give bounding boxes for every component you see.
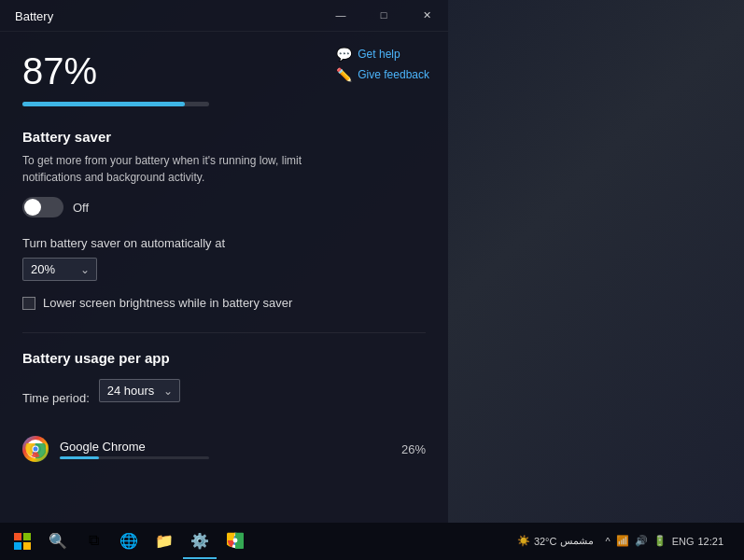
- clock-widget[interactable]: 12:21: [697, 535, 723, 548]
- give-feedback-link[interactable]: ✏️ Give feedback: [336, 67, 429, 82]
- taskbar-settings-icon[interactable]: ⚙️: [183, 524, 217, 559]
- svg-point-3: [34, 447, 38, 452]
- svg-rect-6: [14, 542, 21, 550]
- taskbar-search-icon[interactable]: 🔍: [41, 524, 75, 559]
- app-row: Google Chrome 26%: [22, 432, 426, 466]
- close-button[interactable]: ✕: [405, 0, 448, 30]
- get-help-label: Get help: [358, 48, 400, 61]
- battery-saver-description: To get more from your battery when it's …: [22, 152, 358, 186]
- give-feedback-icon: ✏️: [336, 67, 352, 82]
- taskbar-chrome-icon[interactable]: [218, 524, 252, 559]
- current-time: 12:21: [697, 535, 723, 548]
- give-feedback-label: Give feedback: [358, 68, 429, 81]
- volume-icon[interactable]: 🔊: [635, 535, 648, 547]
- get-help-icon: 💬: [336, 47, 352, 62]
- help-links-container: 💬 Get help ✏️ Give feedback: [336, 47, 429, 82]
- app-name: Google Chrome: [60, 440, 377, 454]
- battery-bar-track: [22, 102, 209, 106]
- battery-saver-toggle-row: Off: [22, 197, 426, 217]
- weather-widget[interactable]: ☀️ 32°C مشمس: [510, 535, 602, 547]
- taskbar-edge-icon[interactable]: 🌐: [112, 524, 146, 559]
- app-bar-track: [60, 456, 209, 459]
- time-period-row: Time period: 6 hours 24 hours 1 week: [22, 379, 426, 417]
- content-area: 87% 💬 Get help ✏️ Give feedback Battery …: [0, 32, 448, 525]
- time-period-label: Time period:: [22, 391, 90, 405]
- weather-icon: ☀️: [517, 535, 530, 547]
- lower-brightness-checkbox[interactable]: [22, 297, 35, 310]
- taskbar-app-icons: 🔍 ⧉ 🌐 📁 ⚙️: [41, 524, 510, 559]
- time-period-dropdown[interactable]: 6 hours 24 hours 1 week: [99, 379, 180, 402]
- threshold-dropdown[interactable]: 5% 10% 15% 20% 25% 30%: [22, 258, 97, 281]
- window-title: Battery: [15, 9, 53, 23]
- weather-text: مشمس: [560, 535, 594, 547]
- svg-rect-5: [23, 533, 31, 540]
- taskbar-chrome-svg: [227, 532, 244, 549]
- maximize-button[interactable]: □: [362, 0, 405, 30]
- app-bar-fill: [60, 456, 99, 459]
- threshold-dropdown-wrapper: 5% 10% 15% 20% 25% 30%: [22, 258, 97, 281]
- lower-brightness-label: Lower screen brightness while in battery…: [43, 296, 292, 310]
- section-divider: [22, 332, 426, 333]
- toggle-knob: [24, 199, 41, 216]
- taskbar: 🔍 ⧉ 🌐 📁 ⚙️ ☀️ 32°C مشمس ^ 📶 🔊 🔋: [0, 523, 744, 560]
- language-indicator[interactable]: ENG: [672, 536, 695, 547]
- battery-saver-title: Battery saver: [22, 129, 426, 145]
- app-percent: 26%: [388, 442, 426, 456]
- sys-tray-icons: ^ 📶 🔊 🔋 ENG: [605, 535, 694, 547]
- system-tray: ☀️ 32°C مشمس ^ 📶 🔊 🔋 ENG 12:21: [510, 535, 740, 548]
- auto-turn-on-label: Turn battery saver on automatically at: [22, 236, 426, 250]
- svg-rect-4: [14, 533, 21, 540]
- time-period-dropdown-wrapper: 6 hours 24 hours 1 week: [99, 379, 180, 402]
- lower-brightness-row: Lower screen brightness while in battery…: [22, 296, 426, 310]
- svg-rect-7: [23, 542, 31, 550]
- get-help-link[interactable]: 💬 Get help: [336, 47, 429, 62]
- settings-window: Battery — □ ✕ 87% 💬 Get help ✏️ Give fee…: [0, 0, 448, 523]
- svg-point-10: [233, 539, 238, 543]
- chrome-app-icon: [22, 436, 49, 462]
- battery-saver-toggle-label: Off: [73, 201, 89, 215]
- start-button[interactable]: [4, 523, 41, 560]
- battery-bar-fill: [22, 102, 185, 106]
- battery-usage-title: Battery usage per app: [22, 350, 426, 366]
- app-info: Google Chrome: [60, 440, 377, 459]
- battery-icon[interactable]: 🔋: [653, 535, 667, 547]
- windows-icon: [14, 533, 31, 550]
- chrome-svg-icon: [25, 439, 46, 459]
- title-bar-controls: — □ ✕: [319, 0, 448, 30]
- tray-caret-icon[interactable]: ^: [605, 536, 610, 547]
- minimize-button[interactable]: —: [319, 0, 362, 30]
- title-bar: Battery — □ ✕: [0, 0, 448, 32]
- battery-saver-toggle[interactable]: [22, 197, 63, 217]
- network-icon[interactable]: 📶: [616, 535, 629, 547]
- taskbar-taskview-icon[interactable]: ⧉: [77, 524, 110, 559]
- taskbar-file-icon[interactable]: 📁: [147, 524, 181, 559]
- weather-temp: 32°C: [534, 536, 557, 547]
